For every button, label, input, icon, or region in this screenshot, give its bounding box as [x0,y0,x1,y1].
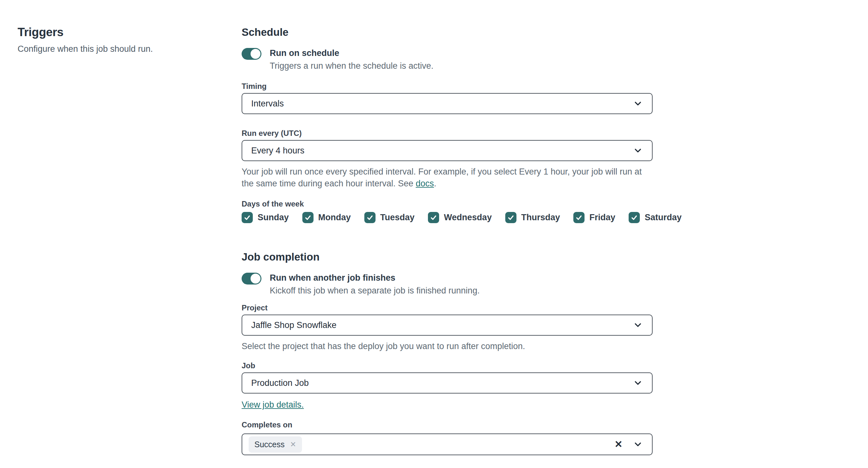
days-of-week-label: Days of the week [242,199,653,209]
completes-on-label: Completes on [242,420,653,430]
project-select-value: Jaffle Shop Snowflake [251,320,337,330]
selected-value-chip: Success ✕ [249,436,302,453]
timing-label: Timing [242,82,653,91]
run-when-another-job-description: Kickoff this job when a separate job is … [270,285,480,296]
project-label: Project [242,303,653,313]
run-every-select[interactable]: Every 4 hours [242,140,653,161]
checkbox-checked-icon [302,212,313,223]
checkbox-checked-icon [505,212,517,223]
triggers-form: Schedule Run on schedule Triggers a run … [242,26,653,455]
job-label: Job [242,361,653,371]
toggle-knob [251,49,260,59]
completes-on-multiselect[interactable]: Success ✕ ✕ [242,434,653,455]
day-checkbox-sunday[interactable]: Sunday [242,212,289,223]
day-checkbox-thursday[interactable]: Thursday [505,212,560,223]
page-subtitle: Configure when this job should run. [18,44,216,54]
run-on-schedule-label: Run on schedule [270,48,433,59]
chevron-down-icon[interactable] [633,439,643,449]
project-select[interactable]: Jaffle Shop Snowflake [242,315,653,336]
day-checkbox-friday[interactable]: Friday [574,212,615,223]
run-when-another-job-label: Run when another job finishes [270,272,480,283]
days-of-week-row: Sunday Monday Tuesday Wednesday Thursday… [242,212,653,223]
chevron-down-icon [633,146,643,156]
page-title: Triggers [18,26,216,39]
view-job-details-link[interactable]: View job details. [242,400,304,409]
day-label: Tuesday [380,213,415,222]
chevron-down-icon [633,378,643,388]
help-text-before: Your job will run once every specified i… [242,167,642,188]
day-label: Wednesday [444,213,492,222]
job-select-value: Production Job [251,378,309,388]
day-checkbox-tuesday[interactable]: Tuesday [364,212,415,223]
job-select[interactable]: Production Job [242,372,653,394]
run-on-schedule-toggle[interactable] [242,48,261,60]
day-label: Thursday [521,213,560,222]
docs-link[interactable]: docs [416,179,434,188]
job-completion-section-heading: Job completion [242,250,653,264]
run-every-select-value: Every 4 hours [251,146,305,156]
run-when-another-job-text: Run when another job finishes Kickoff th… [270,272,480,296]
run-when-another-job-toggle[interactable] [242,273,261,284]
run-every-help-text: Your job will run once every specified i… [242,166,653,190]
day-checkbox-saturday[interactable]: Saturday [629,212,682,223]
day-label: Friday [589,213,615,222]
chevron-down-icon [633,98,643,109]
checkbox-checked-icon [574,212,585,223]
triggers-descriptor-panel: Triggers Configure when this job should … [18,26,216,54]
day-checkbox-monday[interactable]: Monday [302,212,351,223]
schedule-section-heading: Schedule [242,26,653,39]
clear-all-icon[interactable]: ✕ [615,440,623,449]
chevron-down-icon [633,320,643,330]
timing-select[interactable]: Intervals [242,93,653,114]
run-every-label: Run every (UTC) [242,128,653,138]
run-on-schedule-description: Triggers a run when the schedule is acti… [270,60,433,71]
day-label: Monday [318,213,351,222]
project-help-text: Select the project that has the deploy j… [242,340,653,352]
run-when-another-job-row: Run when another job finishes Kickoff th… [242,272,653,296]
timing-select-value: Intervals [251,99,284,109]
multiselect-controls: ✕ [615,439,647,449]
run-on-schedule-row: Run on schedule Triggers a run when the … [242,48,653,71]
checkbox-checked-icon [364,212,375,223]
checkbox-checked-icon [428,212,439,223]
checkbox-checked-icon [242,212,253,223]
run-on-schedule-text: Run on schedule Triggers a run when the … [270,48,433,71]
checkbox-checked-icon [629,212,640,223]
day-label: Saturday [645,213,682,222]
chip-label: Success [254,440,284,449]
toggle-knob [251,274,260,284]
day-checkbox-wednesday[interactable]: Wednesday [428,212,492,223]
chip-remove-icon[interactable]: ✕ [290,441,296,448]
help-text-after: . [434,179,437,188]
day-label: Sunday [257,213,289,222]
